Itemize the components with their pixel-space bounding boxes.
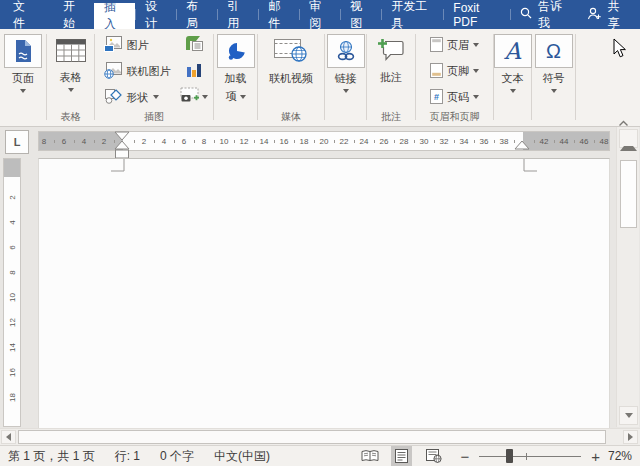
zoom-out-button[interactable]: − xyxy=(458,449,471,464)
ruler-number: 14 xyxy=(8,341,17,355)
group-table: 表格 表格 xyxy=(47,29,94,126)
zoom-slider-track[interactable] xyxy=(479,456,581,457)
status-left: 第 1 页，共 1 页 行: 1 0 个字 中文(中国) xyxy=(0,448,270,465)
dropdown-arrow-icon xyxy=(510,89,516,93)
tab-design[interactable]: 设计 xyxy=(135,0,176,29)
tab-layout[interactable]: 布局 xyxy=(176,0,217,29)
horizontal-scrollbar[interactable] xyxy=(0,428,640,445)
smartart-button[interactable] xyxy=(184,32,204,58)
ruler-number: 2 xyxy=(8,191,17,205)
text-button[interactable]: A 文本 xyxy=(494,29,532,93)
word-count-status[interactable]: 0 个字 xyxy=(160,448,194,465)
comment-button[interactable]: 批注 xyxy=(377,29,405,85)
left-indent-marker[interactable] xyxy=(116,150,129,158)
links-button[interactable]: 链接 xyxy=(327,29,365,93)
vertical-scrollbar-thumb[interactable] xyxy=(620,160,637,228)
document-page[interactable] xyxy=(38,158,610,428)
status-right: − + 72% xyxy=(357,446,640,466)
pictures-button[interactable]: 图片 xyxy=(101,32,174,58)
zoom-in-button[interactable]: + xyxy=(589,449,602,464)
scroll-up-button[interactable] xyxy=(619,129,638,148)
header-icon xyxy=(430,37,443,54)
left-arrow-icon xyxy=(6,433,11,441)
tab-references[interactable]: 引用 xyxy=(217,0,258,29)
scroll-left-button[interactable] xyxy=(1,430,16,444)
table-button[interactable]: 表格 xyxy=(55,29,87,92)
group-symbols: Ω 符号 xyxy=(532,29,575,126)
ruler-number: 10 xyxy=(220,137,229,146)
tell-me-button[interactable]: 告诉我 xyxy=(510,0,577,29)
ruler-number: 32 xyxy=(440,137,449,146)
table-icon xyxy=(55,34,87,67)
tab-insert[interactable]: 插入 xyxy=(94,3,135,29)
ruler-tick xyxy=(134,140,135,143)
ruler-tick xyxy=(574,140,575,143)
symbols-button[interactable]: Ω 符号 xyxy=(535,29,573,93)
chart-button[interactable] xyxy=(185,58,203,84)
pages-button[interactable]: 页面 xyxy=(4,29,42,93)
ruler-number: 4 xyxy=(8,216,17,230)
zoom-slider[interactable] xyxy=(479,448,581,464)
ruler-number: 34 xyxy=(460,137,469,146)
ruler-number: 20 xyxy=(320,137,329,146)
header-button[interactable]: 页眉 xyxy=(427,32,482,58)
shapes-label: 形状 xyxy=(127,90,149,105)
group-header-footer: 页眉 页脚 # 页码 页眉和页脚 xyxy=(416,29,493,126)
ruler-tick xyxy=(334,140,335,143)
shapes-button[interactable]: 形状 xyxy=(101,84,174,110)
ruler-tick xyxy=(454,140,455,143)
dropdown-arrow-icon xyxy=(20,89,26,93)
page-number-button[interactable]: # 页码 xyxy=(427,84,482,110)
tab-review[interactable]: 审阅 xyxy=(299,0,340,29)
ruler-number: 30 xyxy=(420,137,429,146)
addins-button[interactable]: 加载 项 xyxy=(217,29,255,104)
v-ruler-top-margin xyxy=(4,159,20,177)
page-number-icon: # xyxy=(430,89,443,106)
horizontal-scrollbar-thumb[interactable] xyxy=(18,430,606,444)
ruler-number: 16 xyxy=(280,137,289,146)
ruler-number: 6 xyxy=(62,137,66,146)
tab-developer[interactable]: 开发工具 xyxy=(381,0,443,29)
ribbon-tab-bar: 文件 开始 插入 设计 布局 引用 邮件 审阅 视图 开发工具 Foxit PD… xyxy=(0,0,640,29)
footer-label: 页脚 xyxy=(447,64,469,79)
ruler-tick xyxy=(474,140,475,143)
ruler-number: 18 xyxy=(300,137,309,146)
scroll-right-button[interactable] xyxy=(623,430,638,444)
screenshot-button[interactable] xyxy=(180,84,208,110)
tab-view[interactable]: 视图 xyxy=(340,0,381,29)
read-mode-icon xyxy=(361,449,379,463)
zoom-slider-thumb[interactable] xyxy=(506,449,513,463)
page-count-status[interactable]: 第 1 页，共 1 页 xyxy=(8,448,95,465)
online-pictures-button[interactable]: 联机图片 xyxy=(101,58,174,84)
tab-home[interactable]: 开始 xyxy=(53,0,94,29)
tab-file[interactable]: 文件 xyxy=(0,0,47,29)
ruler-number: 12 xyxy=(8,316,17,330)
print-layout-button[interactable] xyxy=(391,446,412,466)
smartart-icon xyxy=(184,34,204,56)
language-status[interactable]: 中文(中国) xyxy=(214,448,270,465)
down-arrow-icon xyxy=(625,413,633,418)
text-label: 文本 xyxy=(502,71,524,86)
ruler-tick xyxy=(514,140,515,143)
pages-label: 页面 xyxy=(12,71,34,86)
search-icon xyxy=(520,7,532,22)
read-mode-button[interactable] xyxy=(357,446,383,466)
ruler-tick xyxy=(274,140,275,143)
line-number-status[interactable]: 行: 1 xyxy=(115,448,140,465)
vertical-scrollbar[interactable] xyxy=(616,127,639,427)
tab-foxit-pdf[interactable]: Foxit PDF xyxy=(443,0,510,29)
web-layout-button[interactable] xyxy=(422,446,446,466)
tab-stop-selector[interactable]: L xyxy=(5,130,29,154)
tab-mailings[interactable]: 邮件 xyxy=(258,0,299,29)
ruler-tick xyxy=(414,140,415,143)
table-label: 表格 xyxy=(60,70,82,85)
ruler-tick xyxy=(394,140,395,143)
scroll-down-button[interactable] xyxy=(619,406,638,425)
footer-button[interactable]: 页脚 xyxy=(427,58,482,84)
group-divider xyxy=(575,34,576,120)
zoom-level[interactable]: 72% xyxy=(602,449,632,463)
ruler-tick xyxy=(494,140,495,143)
online-video-button[interactable]: 联机视频 xyxy=(269,29,313,86)
ruler-number: 44 xyxy=(560,137,569,146)
share-button[interactable]: 共享 xyxy=(577,0,640,29)
